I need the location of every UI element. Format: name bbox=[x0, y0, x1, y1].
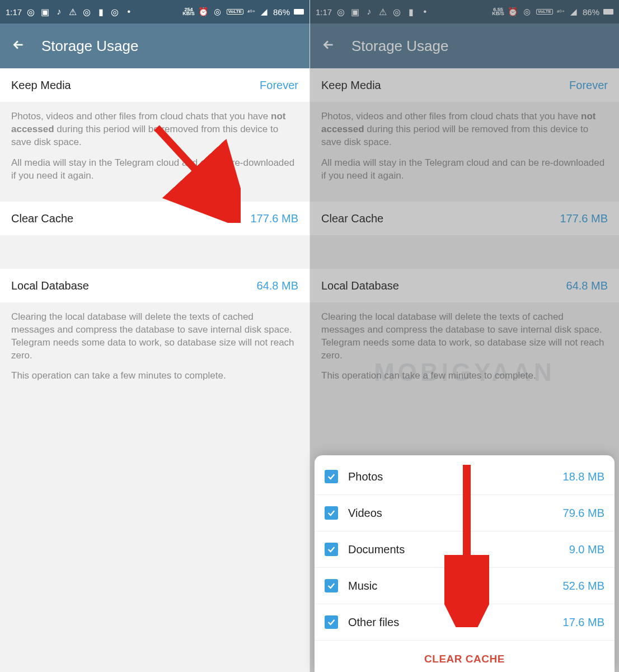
checkbox-icon[interactable] bbox=[325, 579, 338, 592]
back-icon[interactable] bbox=[11, 38, 26, 54]
sheet-item-label: Other files bbox=[348, 616, 399, 629]
network-type: ⁴ᴳ⁺ bbox=[247, 9, 255, 15]
warning-icon: ⚠ bbox=[68, 7, 78, 17]
sheet-item-label: Videos bbox=[348, 507, 382, 520]
clear-cache-label: Clear Cache bbox=[11, 212, 73, 225]
checkbox-icon[interactable] bbox=[325, 543, 338, 556]
sheet-item-size: 17.6 MB bbox=[563, 616, 604, 629]
sheet-item-size: 79.6 MB bbox=[563, 507, 604, 520]
signal-icon: ◢ bbox=[259, 7, 269, 17]
status-time: 1:17 bbox=[6, 7, 22, 17]
sheet-item-size: 9.0 MB bbox=[569, 543, 604, 556]
battery-icon: ▮ bbox=[96, 7, 106, 17]
instagram-icon: ◎ bbox=[82, 7, 92, 17]
clear-cache-sheet: Photos18.8 MBVideos79.6 MBDocuments9.0 M… bbox=[315, 455, 615, 672]
sheet-item[interactable]: Photos18.8 MB bbox=[315, 459, 615, 495]
keep-media-description: Photos, videos and other files from clou… bbox=[0, 102, 310, 202]
sheet-item[interactable]: Documents9.0 MB bbox=[315, 531, 615, 568]
page-title: Storage Usage bbox=[41, 38, 138, 55]
hotspot-icon: ◎ bbox=[213, 7, 223, 17]
checkbox-icon[interactable] bbox=[325, 470, 338, 483]
local-database-value: 64.8 MB bbox=[257, 279, 298, 292]
instagram-icon: ◎ bbox=[26, 7, 36, 17]
section-gap bbox=[0, 235, 310, 269]
sheet-item-label: Photos bbox=[348, 470, 383, 483]
checkbox-icon[interactable] bbox=[325, 506, 338, 520]
clear-cache-value: 177.6 MB bbox=[250, 212, 298, 225]
volte-icon: VoLTE bbox=[227, 9, 243, 15]
sheet-item[interactable]: Music52.6 MB bbox=[315, 568, 615, 604]
instagram-icon: ◎ bbox=[110, 7, 120, 17]
clear-cache-button[interactable]: CLEAR CACHE bbox=[315, 641, 615, 672]
local-database-row[interactable]: Local Database 64.8 MB bbox=[0, 269, 310, 302]
sheet-item-label: Documents bbox=[348, 543, 405, 556]
storage-usage-pane-right: 1:17 ◎ ▣ ♪ ⚠ ◎ ▮ • 6.55 KB/S ⏰ ◎ VoLTE ⁴… bbox=[310, 0, 619, 672]
keep-media-label: Keep Media bbox=[11, 79, 71, 92]
tiktok-icon: ♪ bbox=[54, 7, 64, 17]
battery-pct: 86% bbox=[273, 7, 290, 17]
local-database-label: Local Database bbox=[11, 279, 89, 292]
dot-icon: • bbox=[124, 7, 134, 17]
sheet-item-size: 18.8 MB bbox=[563, 470, 604, 483]
sheet-item[interactable]: Videos79.6 MB bbox=[315, 495, 615, 531]
battery-icon bbox=[294, 9, 304, 15]
network-speed: 254 KB/S bbox=[182, 8, 195, 16]
sheet-item-label: Music bbox=[348, 580, 377, 592]
checkbox-icon[interactable] bbox=[325, 615, 338, 629]
background-fill bbox=[0, 402, 310, 672]
app-bar: Storage Usage bbox=[0, 24, 310, 68]
alarm-icon: ⏰ bbox=[199, 7, 209, 17]
status-bar: 1:17 ◎ ▣ ♪ ⚠ ◎ ▮ ◎ • 254 KB/S ⏰ ◎ VoLTE … bbox=[0, 0, 310, 24]
sheet-item-size: 52.6 MB bbox=[563, 580, 604, 592]
storage-usage-pane-left: 1:17 ◎ ▣ ♪ ⚠ ◎ ▮ ◎ • 254 KB/S ⏰ ◎ VoLTE … bbox=[0, 0, 310, 672]
clear-cache-row[interactable]: Clear Cache 177.6 MB bbox=[0, 202, 310, 235]
keep-media-row[interactable]: Keep Media Forever bbox=[0, 68, 310, 102]
local-database-description: Clearing the local database will delete … bbox=[0, 302, 310, 402]
keep-media-value: Forever bbox=[260, 79, 298, 92]
sheet-item[interactable]: Other files17.6 MB bbox=[315, 604, 615, 641]
app-icon: ▣ bbox=[40, 7, 50, 17]
